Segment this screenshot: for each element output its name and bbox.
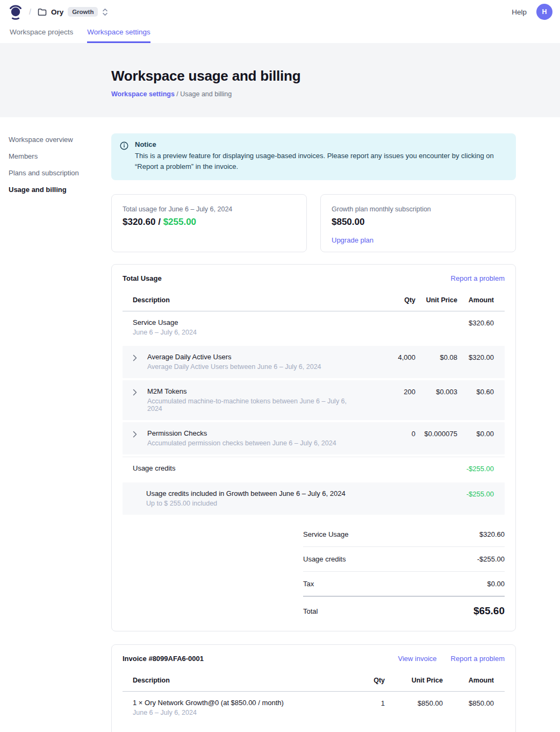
row-detail: Up to $ 255.00 included — [146, 500, 351, 507]
invoice-table-header: Description Qty Unit Price Amount — [123, 671, 505, 692]
notice-body: This is a preview feature for displaying… — [135, 151, 507, 172]
workspace-name: Ory — [51, 8, 63, 16]
sidebar-item-members[interactable]: Members — [9, 150, 103, 162]
subscription-card: Growth plan monthly subscription $850.00… — [320, 194, 516, 252]
summary-row: Usage credits -$255.00 — [303, 547, 505, 572]
table-row: 1 × Ory Network Growth@0 (at $850.00 / m… — [123, 692, 505, 724]
avatar[interactable]: H — [536, 4, 552, 20]
row-amount: $850.00 — [443, 699, 505, 707]
tab-workspace-projects[interactable]: Workspace projects — [10, 24, 73, 43]
report-problem-link[interactable]: Report a problem — [451, 655, 505, 663]
row-name: Service Usage — [133, 318, 351, 326]
ory-logo[interactable] — [9, 4, 23, 20]
summary-value: -$255.00 — [477, 555, 505, 563]
row-period: June 6 – July 6, 2024 — [133, 709, 353, 716]
row-name: Usage credits — [133, 464, 351, 472]
table-row: Usage credits included in Growth between… — [123, 482, 505, 515]
row-amount: -$255.00 — [457, 464, 505, 473]
column-description: Description — [123, 677, 353, 684]
invoice-card: Invoice #8099AFA6-0001 View invoice Repo… — [111, 644, 516, 732]
notice-title: Notice — [135, 140, 507, 148]
page-title: Workspace usage and billing — [111, 68, 560, 84]
usage-table-header: Description Qty Unit Price Amount — [123, 291, 505, 311]
summary-label: Tax — [303, 580, 314, 588]
subscription-label: Growth plan monthly subscription — [332, 205, 505, 213]
summary-value: $0.00 — [487, 580, 505, 588]
subscription-amount: $850.00 — [332, 217, 505, 228]
usage-credit-amount: $255.00 — [163, 217, 196, 227]
total-usage-label: Total usage for June 6 – July 6, 2024 — [123, 205, 296, 213]
row-amount: $320.00 — [457, 353, 505, 361]
chevron-right-icon[interactable] — [123, 387, 137, 396]
table-row: Service Usage June 6 – July 6, 2024 $320… — [123, 311, 505, 344]
table-row-expandable[interactable]: M2M Tokens Accumulated machine-to-machin… — [123, 380, 505, 420]
row-qty: 1 — [353, 699, 385, 707]
workspace-switcher[interactable]: Ory Growth — [38, 7, 109, 17]
invoice-title: Invoice #8099AFA6-0001 — [123, 655, 204, 663]
row-detail: Average Daily Active Users between June … — [147, 363, 351, 371]
row-period: June 6 – July 6, 2024 — [133, 329, 351, 336]
total-label: Total — [303, 607, 318, 615]
row-name: Permission Checks — [147, 429, 351, 437]
row-amount: $320.60 — [457, 318, 505, 327]
row-amount: -$255.00 — [457, 489, 505, 498]
summary-value: $320.60 — [479, 530, 505, 538]
column-qty: Qty — [351, 296, 415, 304]
row-qty: 4,000 — [351, 353, 415, 361]
column-unit-price: Unit Price — [385, 677, 443, 684]
breadcrumb: Workspace settings / Usage and billing — [111, 90, 560, 98]
sidebar-item-workspace-overview[interactable]: Workspace overview — [9, 133, 103, 146]
total-value: $65.60 — [473, 605, 505, 617]
row-name: M2M Tokens — [147, 387, 351, 395]
chevron-right-icon[interactable] — [123, 353, 137, 361]
usage-summary: Service Usage $320.60 Usage credits -$25… — [303, 522, 505, 619]
selector-chevrons-icon[interactable] — [102, 8, 108, 16]
notice-banner: Notice This is a preview feature for dis… — [111, 133, 516, 180]
upgrade-plan-link[interactable]: Upgrade plan — [332, 236, 374, 244]
row-detail: Accumulated permission checks between Ju… — [147, 439, 351, 447]
total-usage-amount: $320.60 / $255.00 — [123, 217, 296, 228]
page-header: Workspace usage and billing Workspace se… — [0, 43, 560, 117]
info-icon — [120, 141, 128, 172]
row-qty: 0 — [351, 429, 415, 438]
row-unit-price: $0.000075 — [415, 429, 457, 438]
path-separator: / — [29, 8, 31, 16]
total-usage-card: Total usage for June 6 – July 6, 2024 $3… — [111, 194, 307, 252]
row-amount: $0.00 — [457, 429, 505, 438]
table-row-expandable[interactable]: Average Daily Active Users Average Daily… — [123, 346, 505, 378]
summary-row: Service Usage $320.60 — [303, 522, 505, 547]
workspace-tabs: Workspace projects Workspace settings — [0, 24, 560, 43]
view-invoice-link[interactable]: View invoice — [398, 655, 437, 663]
column-amount: Amount — [443, 677, 505, 684]
row-qty: 200 — [351, 387, 415, 396]
help-link[interactable]: Help — [512, 8, 527, 16]
total-row: Total $65.60 — [303, 596, 505, 619]
usage-invoice-card: Total Usage Report a problem Description… — [111, 264, 516, 631]
chevron-right-icon[interactable] — [123, 429, 137, 438]
settings-sidebar: Workspace overview Members Plans and sub… — [9, 133, 103, 200]
breadcrumb-current: / Usage and billing — [175, 90, 232, 98]
table-row: Usage credits -$255.00 — [123, 457, 505, 480]
row-name: Average Daily Active Users — [147, 353, 351, 361]
ory-logo-icon — [9, 4, 23, 20]
sidebar-item-usage-and-billing[interactable]: Usage and billing — [9, 183, 103, 196]
row-detail: Accumulated machine-to-machine tokens be… — [147, 397, 351, 413]
tab-workspace-settings[interactable]: Workspace settings — [87, 24, 150, 43]
usage-card-title: Total Usage — [123, 274, 162, 282]
row-name: Usage credits included in Growth between… — [146, 489, 351, 498]
row-name: 1 × Ory Network Growth@0 (at $850.00 / m… — [133, 699, 353, 707]
row-unit-price: $0.08 — [415, 353, 457, 361]
summary-row: Tax $0.00 — [303, 572, 505, 596]
column-unit-price: Unit Price — [415, 296, 457, 304]
row-unit-price: $850.00 — [385, 699, 443, 707]
column-amount: Amount — [457, 296, 505, 304]
column-description: Description — [123, 296, 351, 304]
breadcrumb-link-workspace-settings[interactable]: Workspace settings — [111, 90, 175, 98]
report-problem-link[interactable]: Report a problem — [451, 274, 505, 282]
row-amount: $0.60 — [457, 387, 505, 396]
summary-label: Usage credits — [303, 555, 346, 563]
sidebar-item-plans-and-subscription[interactable]: Plans and subscription — [9, 167, 103, 179]
topbar: / Ory Growth Help H — [0, 0, 560, 24]
table-row-expandable[interactable]: Permission Checks Accumulated permission… — [123, 422, 505, 454]
row-unit-price: $0.003 — [415, 387, 457, 396]
